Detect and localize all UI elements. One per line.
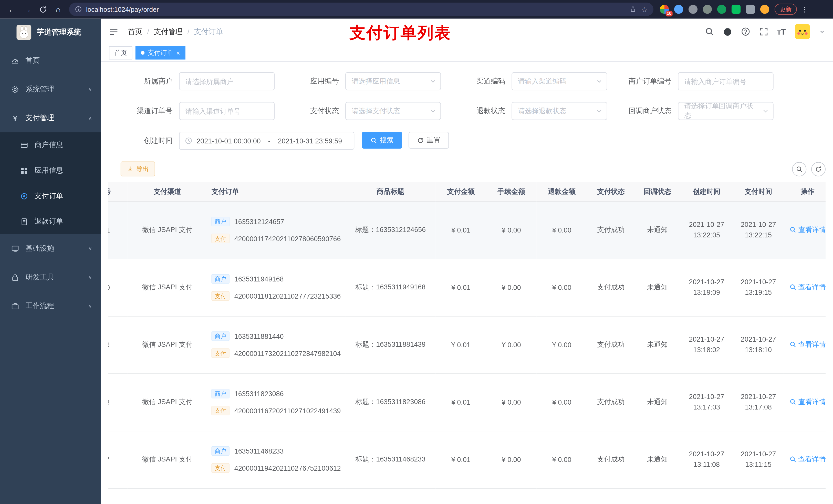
export-button[interactable]: 导出 bbox=[121, 161, 155, 176]
extension-gray2-icon[interactable] bbox=[703, 5, 712, 14]
refund-status-select[interactable]: 请选择退款状态 bbox=[511, 102, 607, 120]
cell-order: 商户1635311357186 bbox=[207, 488, 345, 504]
breadcrumb-separator: / bbox=[188, 28, 190, 35]
select-placeholder: 请选择应用信息 bbox=[352, 77, 400, 86]
cell-create-time: 2021-10-2713:11:08 bbox=[680, 431, 733, 488]
sidebar-item-pay[interactable]: ¥ 支付管理 ∧ bbox=[0, 103, 101, 132]
date-separator: - bbox=[265, 137, 273, 145]
fullscreen-icon[interactable] bbox=[759, 27, 768, 36]
search-icon bbox=[789, 284, 796, 291]
sidebar-item-workflow[interactable]: 工作流程 ∨ bbox=[0, 292, 101, 320]
filter-merchant-order-no: 商户订单编号 bbox=[607, 72, 774, 90]
col-create-time: 创建时间 bbox=[680, 182, 733, 201]
github-icon[interactable] bbox=[723, 27, 732, 36]
extension-colorful-icon[interactable]: 10 bbox=[660, 5, 669, 14]
view-detail-link[interactable]: 查看详情 bbox=[789, 283, 826, 292]
cell-notify-status: 未通知 bbox=[635, 259, 680, 316]
table-row: 117 微信 JSAPI 支付 商户1635311468233 支付420000… bbox=[109, 431, 826, 488]
cell-id: 117 bbox=[109, 431, 127, 488]
profile-avatar-icon[interactable] bbox=[760, 5, 769, 14]
sidebar-item-merchant-info[interactable]: 商户信息 bbox=[0, 132, 101, 158]
cell-pay-time: 2021-10-2713:11:15 bbox=[733, 431, 784, 488]
site-info-icon[interactable] bbox=[75, 6, 82, 13]
browser-menu-icon[interactable]: ⋮ bbox=[801, 5, 808, 13]
sidebar-item-app-info[interactable]: 应用信息 bbox=[0, 158, 101, 183]
col-pay-time: 支付时间 bbox=[733, 182, 784, 201]
view-detail-link[interactable]: 查看详情 bbox=[789, 455, 826, 464]
cell-pay-amount: ¥ 0.01 bbox=[436, 316, 486, 374]
date-range-picker[interactable]: 2021-10-01 00:00:00 - 2021-10-31 23:59:5… bbox=[179, 131, 354, 150]
close-icon[interactable]: × bbox=[176, 50, 180, 56]
tab-pay-order[interactable]: 支付订单 × bbox=[136, 46, 186, 59]
view-detail-link[interactable]: 查看详情 bbox=[789, 225, 826, 235]
cell-order: 商户1635311468233 支付4200001194202110276752… bbox=[207, 431, 345, 488]
merchant-badge: 商户 bbox=[211, 331, 230, 341]
cell-notify-status: 未通知 bbox=[635, 201, 680, 259]
cell-id bbox=[109, 488, 127, 504]
pay-status-select[interactable]: 请选择支付状态 bbox=[345, 102, 441, 120]
date-start[interactable]: 2021-10-01 00:00:00 bbox=[196, 137, 261, 145]
merchant-order-no-input[interactable] bbox=[678, 73, 773, 90]
cell-title: 标题：1635311949168 bbox=[345, 259, 436, 316]
table-tools bbox=[792, 162, 826, 176]
cell-channel bbox=[127, 488, 207, 504]
tab-home[interactable]: 首页 bbox=[109, 46, 132, 59]
sidebar-item-home[interactable]: 首页 bbox=[0, 46, 101, 75]
card-icon bbox=[20, 141, 28, 149]
app-select[interactable]: 请选择应用信息 bbox=[345, 72, 441, 90]
channel-code-select[interactable]: 请输入渠道编码 bbox=[511, 72, 607, 90]
view-detail-link[interactable]: 查看详情 bbox=[789, 397, 826, 407]
chevron-down-icon[interactable] bbox=[819, 29, 825, 34]
filter-create-time: 创建时间 2021-10-01 00:00:00 - 2021-10-31 23… bbox=[109, 131, 354, 150]
table-toolbar: 导出 bbox=[109, 161, 826, 176]
extension-blue-icon[interactable] bbox=[674, 5, 683, 14]
hamburger-icon[interactable] bbox=[109, 27, 118, 37]
dashboard-icon bbox=[11, 56, 19, 65]
bookmark-star-icon[interactable]: ☆ bbox=[641, 5, 647, 14]
navbar-actions: тT bbox=[705, 24, 825, 39]
tab-label: 首页 bbox=[114, 48, 127, 57]
sidebar-item-dev-tools[interactable]: 研发工具 ∨ bbox=[0, 263, 101, 292]
sidebar-item-pay-order[interactable]: 支付订单 bbox=[0, 183, 101, 209]
date-end[interactable]: 2021-10-31 23:59:59 bbox=[278, 137, 342, 145]
back-button[interactable]: ← bbox=[4, 2, 20, 17]
refresh-table-button[interactable] bbox=[811, 162, 826, 176]
sidebar-item-refund-order[interactable]: 退款订单 bbox=[0, 209, 101, 234]
address-bar[interactable]: localhost:1024/pay/order ☆ bbox=[69, 3, 653, 16]
extension-wechat-icon[interactable] bbox=[732, 5, 740, 14]
search-button[interactable]: 搜索 bbox=[362, 131, 402, 148]
cell-create-time: 2021-10-2713:18:02 bbox=[680, 316, 733, 374]
extension-gray-icon[interactable] bbox=[689, 5, 697, 14]
cell-actions: 查看详情 bbox=[784, 201, 826, 259]
show-search-button[interactable] bbox=[792, 162, 806, 176]
search-icon[interactable] bbox=[705, 27, 714, 36]
font-size-icon[interactable]: тT bbox=[777, 27, 786, 36]
browser-update-button[interactable]: 更新 bbox=[775, 4, 797, 15]
cell-id: 120 bbox=[109, 259, 127, 316]
sidebar-item-system[interactable]: 系统管理 ∨ bbox=[0, 75, 101, 103]
merchant-input[interactable] bbox=[180, 73, 274, 90]
monitor-icon bbox=[11, 245, 19, 253]
sidebar-item-infra[interactable]: 基础设施 ∨ bbox=[0, 234, 101, 263]
extension-green-circle-icon[interactable] bbox=[717, 5, 726, 14]
app-logo[interactable]: 芋道管理系统 bbox=[0, 19, 101, 46]
home-button[interactable]: ⌂ bbox=[50, 2, 66, 17]
merchant-badge: 商户 bbox=[211, 217, 230, 226]
reload-button[interactable] bbox=[35, 2, 50, 17]
channel-order-no: 4200001173202110272847982104 bbox=[234, 349, 341, 357]
help-icon[interactable] bbox=[741, 27, 750, 36]
view-detail-link[interactable]: 查看详情 bbox=[789, 340, 826, 349]
breadcrumb-pay[interactable]: 支付管理 bbox=[154, 27, 183, 37]
callback-status-select[interactable]: 请选择订单回调商户状态 bbox=[678, 102, 773, 120]
cell-order: 商户1635311949168 支付4200001181202110277723… bbox=[207, 259, 345, 316]
breadcrumb-home[interactable]: 首页 bbox=[128, 27, 142, 37]
puzzle-icon[interactable] bbox=[746, 5, 755, 14]
user-avatar[interactable] bbox=[795, 24, 810, 39]
share-icon[interactable] bbox=[630, 6, 637, 13]
col-pay-status: 支付状态 bbox=[587, 182, 635, 201]
reset-button[interactable]: 重置 bbox=[409, 131, 449, 148]
forward-button[interactable]: → bbox=[20, 2, 35, 17]
url-text[interactable]: localhost:1024/pay/order bbox=[86, 6, 159, 13]
channel-order-no-input[interactable] bbox=[180, 102, 274, 119]
filter-label: 渠道编码 bbox=[441, 77, 511, 86]
